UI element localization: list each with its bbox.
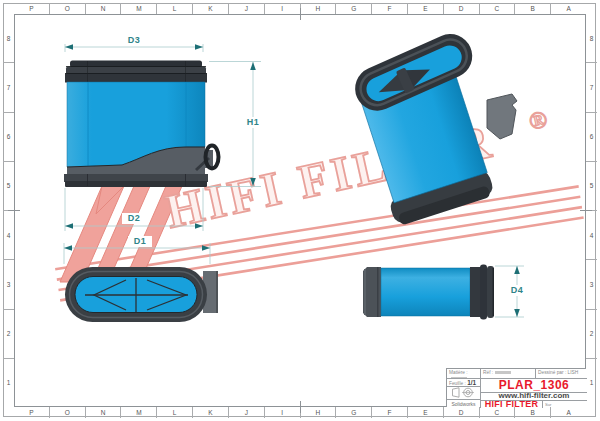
title-block: Matière : Feuille : 1/1 Solidworks Réf :…	[446, 368, 586, 407]
website-cell: www.hifi-filter.com	[480, 392, 587, 400]
ref-cell: Réf :	[480, 369, 535, 378]
grid-number-cell: 1	[586, 358, 597, 407]
dimension-label-d1: D1	[128, 236, 152, 247]
grid-number-cell: 2	[3, 309, 14, 358]
grid-number-cell: 4	[586, 210, 597, 259]
grid-letter-cell: B	[514, 407, 550, 418]
grid-letter-cell: L	[156, 407, 192, 418]
grid-number-cell: 5	[3, 161, 14, 210]
dimension-label-h1: H1	[241, 117, 265, 128]
brand-cell: HIFI FILTER	[480, 400, 542, 409]
top-view	[65, 267, 218, 322]
sur-label: Sur	[543, 401, 587, 408]
grid-letter-cell: B	[514, 3, 550, 14]
grid-letter-cell: N	[85, 3, 121, 14]
grid-number-cell: 7	[586, 62, 597, 111]
isometric-view	[344, 26, 518, 228]
grid-number-cell: 5	[586, 161, 597, 210]
ref-label: Réf :	[483, 370, 493, 375]
grid-letter-cell: M	[120, 3, 156, 14]
grid-letter-cell: I	[264, 3, 300, 14]
grid-letter-cell: L	[156, 3, 192, 14]
dimension-label-d2: D2	[122, 213, 146, 224]
grid-letter-cell: O	[49, 407, 85, 418]
grid-letter-cell: G	[335, 407, 371, 418]
grid-letter-cell: E	[407, 3, 443, 14]
dimension-label-d4: D4	[505, 285, 529, 296]
drawn-by-label: Dessiné par : LISH	[536, 369, 587, 376]
cad-system-label: Solidworks	[451, 401, 475, 407]
material-cell: Matière :	[447, 369, 480, 378]
grid-letter-cell: K	[192, 3, 228, 14]
center-mark-left	[8, 210, 20, 211]
grid-letter-cell: G	[335, 3, 371, 14]
grid-letter-cell: M	[120, 407, 156, 418]
grid-number-cell: 1	[3, 358, 14, 407]
drawing-canvas: HIFI FILTER ®	[0, 0, 600, 421]
grid-number-cell: 3	[586, 259, 597, 308]
projection-symbol-icon	[451, 387, 477, 398]
grid-number-cell: 8	[586, 14, 597, 62]
grid-letter-cell: A	[550, 407, 586, 418]
center-mark-right	[580, 210, 592, 211]
cad-system-cell: Solidworks	[447, 399, 480, 409]
grid-letter-cell: D	[443, 3, 479, 14]
part-number-cell: PLAR_1306	[480, 378, 587, 392]
grid-letter-cell: F	[371, 3, 407, 14]
grid-letter-cell: C	[479, 3, 515, 14]
grid-letter-cell: A	[550, 3, 586, 14]
registered-icon: ®	[526, 106, 549, 135]
side-view	[363, 265, 494, 320]
grid-letter-cell: P	[14, 3, 49, 14]
sur-cell: Sur	[542, 400, 587, 409]
grid-number-cell: 6	[586, 112, 597, 161]
grid-letter-cell: J	[228, 3, 264, 14]
grid-letter-cell: P	[14, 407, 49, 418]
sheet-value: 1/1	[467, 379, 476, 386]
sheet-number-cell: Feuille : 1/1	[447, 378, 480, 387]
drawn-by-cell: Dessiné par : LISH	[535, 369, 587, 378]
grid-letter-cell: H	[300, 3, 336, 14]
grid-number-cell: 4	[3, 210, 14, 259]
grid-letter-cell: E	[407, 407, 443, 418]
brand-label: HIFI FILTER	[485, 401, 539, 407]
material-label: Matière :	[449, 370, 468, 375]
grid-letter-cell: H	[300, 407, 336, 418]
grid-letter-cell: K	[192, 407, 228, 418]
grid-number-cell: 6	[3, 112, 14, 161]
dimension-label-d3: D3	[122, 35, 146, 46]
sheet-label: Feuille :	[449, 381, 466, 386]
ref-value-blur	[495, 371, 511, 374]
grid-number-cell: 2	[586, 309, 597, 358]
grid-letter-cell: N	[85, 407, 121, 418]
center-mark-bottom	[300, 401, 301, 413]
website-label: www.hifi-filter.com	[499, 393, 570, 399]
front-view	[64, 61, 219, 188]
grid-number-cell: 3	[3, 259, 14, 308]
grid-number-cell: 8	[3, 14, 14, 62]
grid-letter-cell: D	[443, 407, 479, 418]
projection-symbol-cell	[447, 386, 480, 399]
grid-letter-cell: C	[479, 407, 515, 418]
drawing-sheet: HIFI FILTER ®	[0, 0, 600, 421]
grid-letter-cell: J	[228, 407, 264, 418]
center-mark-top	[300, 8, 301, 20]
grid-number-cell: 7	[3, 62, 14, 111]
grid-letter-cell: O	[49, 3, 85, 14]
part-number: PLAR_1306	[499, 382, 570, 388]
grid-letter-cell: F	[371, 407, 407, 418]
grid-letter-cell: I	[264, 407, 300, 418]
